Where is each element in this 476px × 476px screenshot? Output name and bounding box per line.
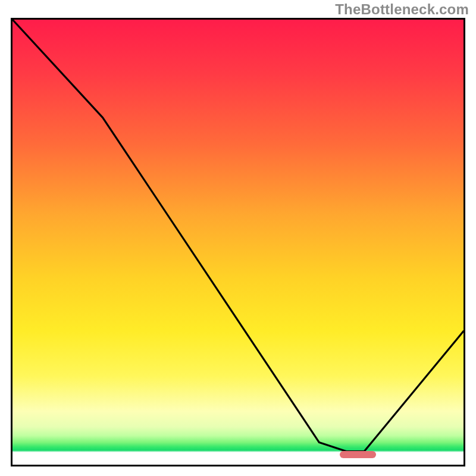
curve-path — [12, 20, 464, 452]
chart-stage: TheBottleneck.com — [0, 0, 476, 476]
bottleneck-curve — [12, 20, 464, 465]
watermark-text: TheBottleneck.com — [335, 1, 469, 18]
plot-area — [11, 18, 465, 466]
optimal-range-marker — [340, 451, 376, 458]
